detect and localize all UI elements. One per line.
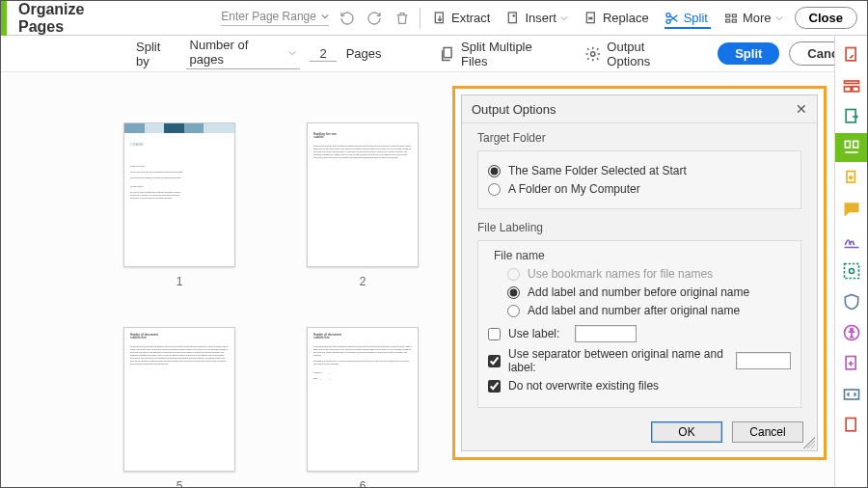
output-options-button[interactable]: Output Options bbox=[584, 40, 690, 68]
comment-icon[interactable] bbox=[842, 200, 861, 219]
svg-rect-17 bbox=[853, 141, 857, 148]
add-icon[interactable] bbox=[842, 354, 861, 373]
use-bookmark-label: Use bookmark names for file names bbox=[528, 267, 713, 281]
page-number: 5 bbox=[176, 479, 183, 488]
svg-rect-1 bbox=[509, 13, 517, 23]
split-multiple-button[interactable]: Split Multiple Files bbox=[439, 40, 559, 68]
replace-label: Replace bbox=[603, 11, 649, 25]
export-icon[interactable] bbox=[842, 107, 861, 126]
svg-rect-25 bbox=[846, 419, 855, 431]
label-before-label: Add label and number before original nam… bbox=[528, 285, 749, 299]
code-icon[interactable] bbox=[842, 385, 861, 404]
svg-rect-6 bbox=[732, 14, 736, 17]
target-folder-label: Target Folder bbox=[477, 131, 801, 145]
protect-icon[interactable] bbox=[842, 292, 861, 312]
target-choose-radio[interactable]: A Folder on My Computer bbox=[488, 182, 791, 196]
split-by-label: Split by bbox=[136, 40, 176, 68]
page-count-input[interactable]: 2 bbox=[310, 46, 336, 62]
svg-rect-16 bbox=[845, 141, 850, 148]
target-same-label: The Same Folder Selected at Start bbox=[508, 164, 687, 177]
page-range-placeholder: Enter Page Range bbox=[221, 10, 316, 23]
extract-button[interactable]: Extract bbox=[428, 9, 494, 28]
page-thumb[interactable]: Header of documentsubtitle lineLorem ips… bbox=[117, 327, 242, 488]
svg-rect-11 bbox=[846, 48, 855, 61]
close-button[interactable]: Close bbox=[795, 7, 857, 29]
label-after-radio[interactable]: Add label and number after original name bbox=[507, 304, 791, 317]
chevron-down-icon bbox=[321, 10, 329, 23]
split-confirm-button[interactable]: Split bbox=[718, 42, 779, 65]
target-folder-group: The Same Folder Selected at Start A Fold… bbox=[477, 150, 801, 209]
target-choose-label: A Folder on My Computer bbox=[508, 182, 640, 196]
more-button[interactable]: More bbox=[719, 9, 787, 28]
svg-rect-19 bbox=[844, 264, 858, 279]
split-button[interactable]: Split bbox=[661, 9, 712, 28]
page-thumb[interactable]: Heading line onesubtitleLorem ipsum dolo… bbox=[300, 122, 425, 288]
dialog-title: Output Options bbox=[472, 102, 556, 117]
svg-rect-12 bbox=[844, 81, 858, 84]
svg-rect-9 bbox=[444, 47, 451, 57]
create-pdf-icon[interactable] bbox=[842, 45, 861, 65]
page-title: Organize Pages bbox=[18, 1, 126, 36]
output-options-label: Output Options bbox=[607, 40, 689, 68]
output-options-dialog: Output Options ✕ Target Folder The Same … bbox=[461, 95, 818, 451]
chevron-down-icon bbox=[288, 45, 296, 60]
sign-icon[interactable] bbox=[842, 230, 861, 250]
extract-label: Extract bbox=[451, 11, 490, 25]
panel-icon[interactable] bbox=[842, 76, 861, 95]
use-separator-label: Use separator between original name and … bbox=[508, 347, 728, 374]
svg-rect-8 bbox=[732, 19, 736, 22]
page-range-input[interactable]: Enter Page Range bbox=[221, 10, 329, 26]
split-label: Split bbox=[684, 11, 708, 25]
page-number: 1 bbox=[176, 275, 183, 288]
split-multiple-label: Split Multiple Files bbox=[461, 40, 559, 68]
label-after-label: Add label and number after original name bbox=[528, 304, 740, 317]
app-accent-bar bbox=[1, 1, 7, 36]
close-label: Close bbox=[809, 11, 843, 25]
svg-rect-13 bbox=[844, 87, 851, 92]
combine-icon[interactable] bbox=[842, 169, 861, 188]
svg-rect-7 bbox=[726, 19, 730, 22]
top-toolbar: Organize Pages Enter Page Range Extract … bbox=[1, 1, 867, 36]
separator-text-input[interactable] bbox=[736, 352, 791, 369]
more-label: More bbox=[743, 11, 772, 25]
accessibility-icon[interactable] bbox=[842, 323, 861, 342]
rotate-ccw-icon[interactable] bbox=[337, 8, 357, 29]
chevron-down-icon bbox=[775, 11, 783, 25]
tools-rail bbox=[834, 36, 867, 487]
ok-button[interactable]: OK bbox=[651, 421, 722, 443]
target-same-radio[interactable]: The Same Folder Selected at Start bbox=[488, 164, 791, 177]
no-overwrite-checkbox[interactable]: Do not overwrite existing files bbox=[488, 379, 791, 393]
no-overwrite-label: Do not overwrite existing files bbox=[508, 379, 659, 393]
file-labeling-label: File Labeling bbox=[477, 221, 801, 234]
file-labeling-group: File name Use bookmark names for file na… bbox=[477, 240, 801, 408]
split-mode-value: Number of pages bbox=[190, 38, 284, 67]
output-options-highlight: Output Options ✕ Target Folder The Same … bbox=[452, 86, 827, 460]
use-separator-checkbox[interactable]: Use separator between original name and … bbox=[488, 347, 791, 374]
divider bbox=[420, 8, 420, 29]
insert-button[interactable]: Insert bbox=[502, 9, 572, 28]
chevron-down-icon bbox=[560, 11, 568, 25]
page-thumb[interactable]: CRANELorem ipsum lineLorem ipsum dolor s… bbox=[117, 122, 242, 288]
use-label-label: Use label: bbox=[508, 327, 559, 340]
label-before-radio[interactable]: Add label and number before original nam… bbox=[507, 285, 791, 299]
organize-icon[interactable] bbox=[835, 133, 868, 162]
label-text-input[interactable] bbox=[575, 325, 637, 342]
cancel-button[interactable]: Cancel bbox=[732, 421, 803, 443]
svg-rect-5 bbox=[726, 14, 730, 17]
redact-icon[interactable] bbox=[842, 261, 861, 281]
split-options-bar: Split by Number of pages 2 Pages Split M… bbox=[1, 36, 867, 72]
page-number: 2 bbox=[360, 275, 366, 288]
replace-button[interactable]: Replace bbox=[580, 9, 653, 28]
use-bookmark-radio: Use bookmark names for file names bbox=[507, 267, 791, 281]
svg-point-20 bbox=[849, 269, 854, 274]
resize-grip[interactable] bbox=[803, 437, 815, 448]
split-mode-select[interactable]: Number of pages bbox=[186, 38, 301, 69]
rotate-cw-icon[interactable] bbox=[365, 8, 385, 29]
svg-rect-14 bbox=[852, 87, 858, 92]
close-icon[interactable]: ✕ bbox=[796, 101, 807, 117]
page-thumb[interactable]: Header of documentsubtitle lineLorem ips… bbox=[300, 327, 425, 488]
more-tool-icon[interactable] bbox=[842, 416, 861, 435]
use-label-checkbox[interactable]: Use label: bbox=[488, 325, 791, 342]
active-underline bbox=[665, 27, 711, 29]
trash-icon[interactable] bbox=[392, 8, 412, 29]
